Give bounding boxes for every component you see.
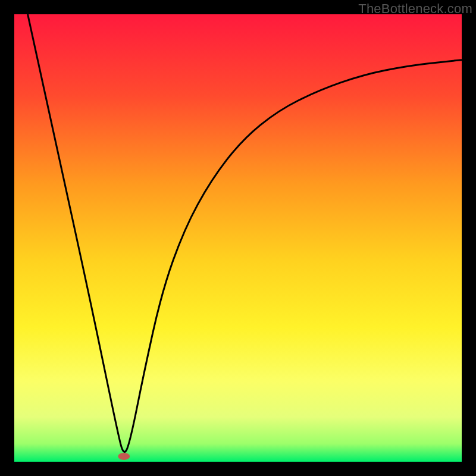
chart-frame: TheBottleneck.com bbox=[0, 0, 476, 476]
chart-svg bbox=[14, 14, 462, 462]
watermark-text: TheBottleneck.com bbox=[358, 1, 472, 17]
optimum-marker bbox=[118, 453, 130, 460]
gradient-background bbox=[14, 14, 462, 462]
plot-area bbox=[14, 14, 462, 462]
